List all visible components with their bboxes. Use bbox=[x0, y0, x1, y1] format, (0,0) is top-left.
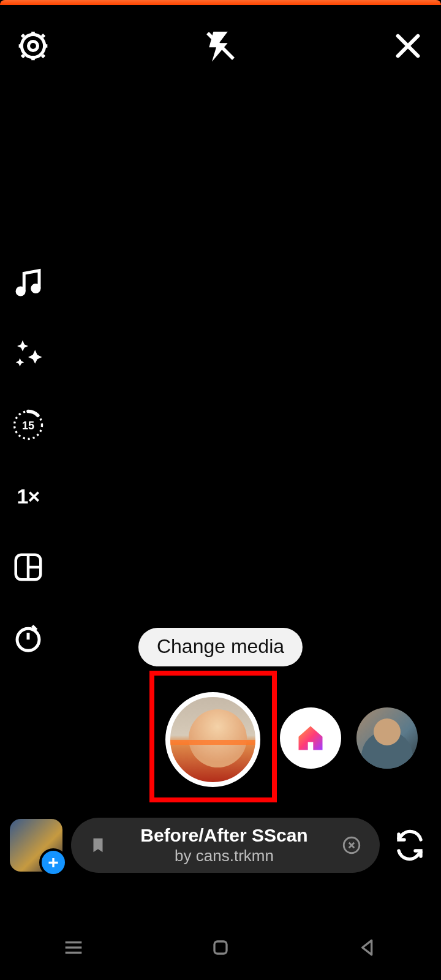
music-icon bbox=[12, 266, 45, 300]
recents-icon bbox=[61, 935, 86, 960]
duration-button[interactable]: 15 bbox=[9, 405, 48, 445]
gallery-button[interactable]: + bbox=[10, 819, 62, 872]
flip-camera-button[interactable] bbox=[388, 824, 431, 867]
svg-point-0 bbox=[21, 34, 44, 57]
music-button[interactable] bbox=[9, 263, 48, 303]
svg-text:15: 15 bbox=[22, 420, 34, 432]
sparkles-icon bbox=[12, 337, 45, 371]
plus-icon: + bbox=[48, 852, 59, 873]
close-button[interactable] bbox=[386, 24, 430, 68]
settings-button[interactable] bbox=[11, 24, 55, 68]
selected-filter-thumbnail[interactable] bbox=[165, 692, 260, 787]
layout-icon bbox=[12, 551, 45, 584]
filter-meta: Before/After SScan by cans.trkmn bbox=[110, 824, 338, 865]
save-filter-button[interactable] bbox=[86, 833, 110, 858]
top-bar bbox=[0, 18, 441, 74]
filter-info-row: + Before/After SScan by cans.trkmn bbox=[0, 812, 441, 879]
home-icon bbox=[295, 722, 326, 754]
close-icon bbox=[391, 29, 425, 63]
speed-label: 1× bbox=[17, 484, 40, 508]
camera-screen: 15 1× Change media bbox=[0, 0, 441, 980]
flash-off-icon bbox=[203, 29, 238, 63]
layout-button[interactable] bbox=[9, 548, 48, 587]
close-circle-icon bbox=[341, 835, 362, 856]
nav-recents-button[interactable] bbox=[55, 929, 92, 966]
svg-point-1 bbox=[29, 42, 38, 51]
nav-home-button[interactable] bbox=[202, 929, 239, 966]
nav-back-icon bbox=[355, 935, 380, 960]
filter-title: Before/After SScan bbox=[140, 824, 307, 846]
speed-button[interactable]: 1× bbox=[9, 477, 48, 516]
bookmark-icon bbox=[89, 835, 107, 856]
status-bar-edge bbox=[0, 0, 441, 5]
gear-icon bbox=[16, 29, 50, 63]
flash-button[interactable] bbox=[198, 24, 243, 68]
filter-info-chip[interactable]: Before/After SScan by cans.trkmn bbox=[71, 818, 380, 873]
side-toolbar: 15 1× bbox=[9, 263, 48, 658]
filter-author: by cans.trkmn bbox=[175, 846, 274, 865]
creator-avatar-filter[interactable] bbox=[356, 707, 418, 769]
camera-flip-icon bbox=[393, 829, 426, 862]
timer-icon bbox=[12, 622, 45, 655]
svg-point-6 bbox=[32, 285, 39, 292]
effects-button[interactable] bbox=[9, 334, 48, 374]
dismiss-filter-button[interactable] bbox=[338, 832, 365, 859]
filter-carousel[interactable] bbox=[0, 692, 441, 796]
system-nav-bar bbox=[0, 926, 441, 969]
duration-icon: 15 bbox=[12, 409, 45, 442]
svg-point-5 bbox=[17, 288, 24, 295]
timer-button[interactable] bbox=[9, 619, 48, 658]
nav-home-icon bbox=[208, 935, 233, 960]
svg-rect-17 bbox=[214, 941, 227, 954]
home-filter-button[interactable] bbox=[280, 707, 341, 769]
change-media-tooltip: Change media bbox=[138, 628, 303, 666]
add-media-badge[interactable]: + bbox=[39, 848, 67, 876]
nav-back-button[interactable] bbox=[349, 929, 386, 966]
